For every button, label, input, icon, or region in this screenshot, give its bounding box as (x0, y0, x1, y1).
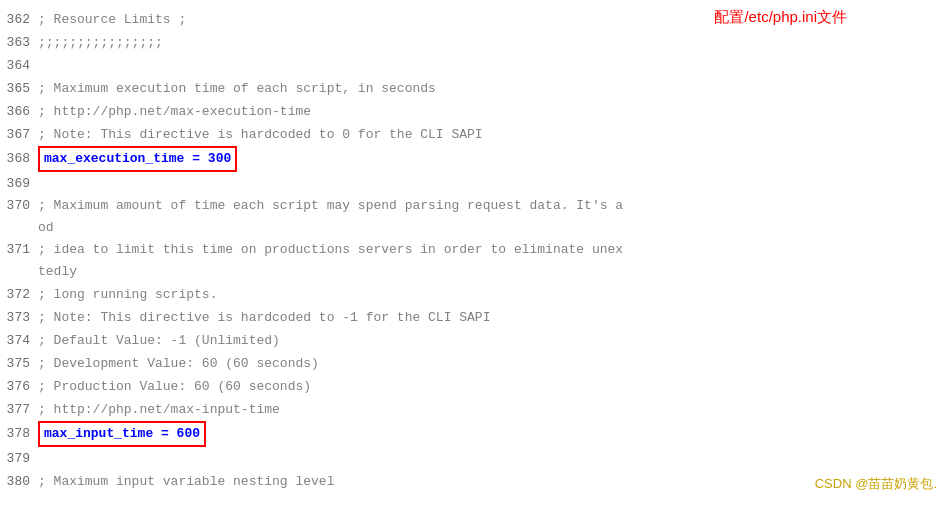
line-number: 376 (0, 376, 38, 398)
code-line: 371; idea to limit this time on producti… (0, 239, 947, 283)
comment-text: ; Default Value: -1 (Unlimited) (38, 333, 280, 348)
code-line: 366; http://php.net/max-execution-time (0, 100, 947, 123)
code-line: 378max_input_time = 600 (0, 421, 947, 447)
code-line: 375; Development Value: 60 (60 seconds) (0, 352, 947, 375)
line-content: ; Maximum amount of time each script may… (38, 195, 623, 239)
comment-text: ; Maximum amount of time each script may… (38, 195, 623, 239)
line-number: 377 (0, 399, 38, 421)
code-line: 379 (0, 447, 947, 470)
line-number: 364 (0, 55, 38, 77)
highlight-code: max_execution_time = 300 (38, 146, 237, 172)
comment-text: ; Maximum input variable nesting level (38, 474, 334, 489)
comment-text: ; idea to limit this time on productions… (38, 239, 623, 283)
line-content (38, 447, 46, 469)
comment-text: ; http://php.net/max-input-time (38, 402, 280, 417)
code-line: 367; Note: This directive is hardcoded t… (0, 123, 947, 146)
comment-text: ;;;;;;;;;;;;;;;; (38, 35, 163, 50)
line-content: max_input_time = 600 (38, 421, 206, 447)
line-content: ; Development Value: 60 (60 seconds) (38, 352, 319, 375)
line-content: ; Production Value: 60 (60 seconds) (38, 375, 311, 398)
code-line: 370; Maximum amount of time each script … (0, 195, 947, 239)
comment-text: ; Resource Limits ; (38, 12, 186, 27)
line-number: 373 (0, 307, 38, 329)
line-content: ; long running scripts. (38, 283, 217, 306)
annotation-text: 配置/etc/php.ini文件 (714, 8, 847, 27)
line-content: ; Note: This directive is hardcoded to 0… (38, 123, 483, 146)
line-number: 365 (0, 78, 38, 100)
line-content: ;;;;;;;;;;;;;;;; (38, 31, 163, 54)
code-line: 364 (0, 54, 947, 77)
line-content: ; http://php.net/max-input-time (38, 398, 280, 421)
code-line: 373; Note: This directive is hardcoded t… (0, 306, 947, 329)
comment-text: ; Note: This directive is hardcoded to 0… (38, 127, 483, 142)
line-number: 380 (0, 471, 38, 493)
line-content: ; idea to limit this time on productions… (38, 239, 623, 283)
code-line: 377; http://php.net/max-input-time (0, 398, 947, 421)
comment-text: ; http://php.net/max-execution-time (38, 104, 311, 119)
comment-text: ; long running scripts. (38, 287, 217, 302)
line-number: 363 (0, 32, 38, 54)
code-line: 374; Default Value: -1 (Unlimited) (0, 329, 947, 352)
line-content: ; Maximum execution time of each script,… (38, 77, 436, 100)
line-content (38, 54, 46, 76)
line-content: max_execution_time = 300 (38, 146, 237, 172)
line-content: ; http://php.net/max-execution-time (38, 100, 311, 123)
line-content: ; Resource Limits ; (38, 8, 186, 31)
line-content: ; Maximum input variable nesting level (38, 470, 334, 493)
code-line: 363;;;;;;;;;;;;;;;; (0, 31, 947, 54)
code-container: 配置/etc/php.ini文件 362; Resource Limits ;3… (0, 0, 947, 501)
line-number: 369 (0, 173, 38, 195)
line-number: 375 (0, 353, 38, 375)
highlight-code: max_input_time = 600 (38, 421, 206, 447)
comment-text: ; Production Value: 60 (60 seconds) (38, 379, 311, 394)
line-content (38, 172, 46, 194)
comment-text: ; Note: This directive is hardcoded to -… (38, 310, 490, 325)
line-number: 378 (0, 423, 38, 445)
line-number: 374 (0, 330, 38, 352)
line-number: 370 (0, 195, 38, 217)
line-number: 368 (0, 148, 38, 170)
line-number: 372 (0, 284, 38, 306)
code-line: 369 (0, 172, 947, 195)
comment-text: ; Maximum execution time of each script,… (38, 81, 436, 96)
code-line: 365; Maximum execution time of each scri… (0, 77, 947, 100)
watermark-text: CSDN @苗苗奶黄包. (815, 475, 937, 493)
line-number: 362 (0, 9, 38, 31)
line-number: 379 (0, 448, 38, 470)
line-content: ; Default Value: -1 (Unlimited) (38, 329, 280, 352)
comment-text: ; Development Value: 60 (60 seconds) (38, 356, 319, 371)
code-line: 380; Maximum input variable nesting leve… (0, 470, 947, 493)
line-number: 371 (0, 239, 38, 261)
code-line: 376; Production Value: 60 (60 seconds) (0, 375, 947, 398)
code-line: 372; long running scripts. (0, 283, 947, 306)
line-number: 367 (0, 124, 38, 146)
code-line: 368max_execution_time = 300 (0, 146, 947, 172)
line-number: 366 (0, 101, 38, 123)
line-content: ; Note: This directive is hardcoded to -… (38, 306, 490, 329)
